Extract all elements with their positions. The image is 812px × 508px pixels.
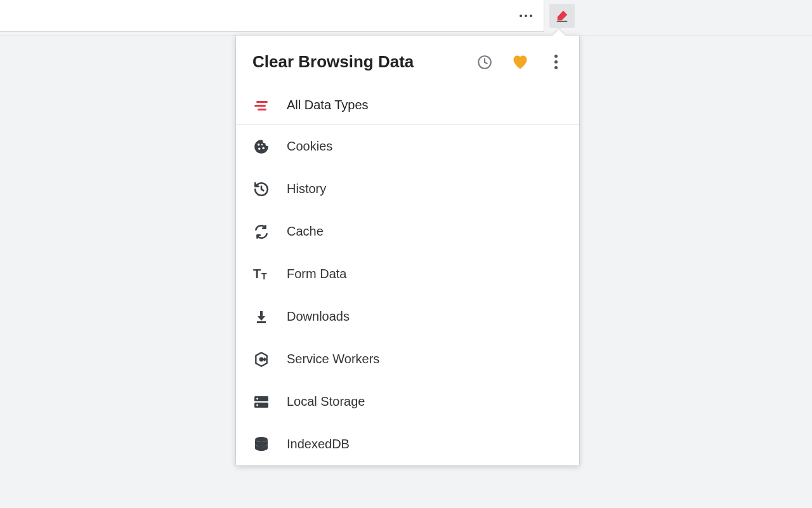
service-workers-icon [252, 351, 270, 368]
eraser-icon [555, 9, 569, 23]
item-local-storage[interactable]: Local Storage [236, 380, 579, 423]
item-downloads[interactable]: Downloads [236, 295, 579, 338]
svg-point-5 [258, 144, 259, 145]
svg-point-6 [258, 147, 260, 149]
item-label: Service Workers [287, 352, 379, 366]
menu-button[interactable] [546, 53, 565, 72]
address-bar[interactable] [0, 0, 544, 32]
svg-text:T: T [253, 267, 261, 281]
svg-point-17 [256, 404, 258, 406]
svg-point-18 [255, 437, 268, 442]
extension-button[interactable] [549, 4, 575, 28]
item-label: Downloads [287, 309, 350, 324]
item-label: IndexedDB [287, 437, 350, 451]
svg-point-7 [263, 147, 265, 149]
item-label: Local Storage [287, 394, 365, 409]
heart-icon [511, 53, 529, 71]
item-label: Cookies [287, 139, 332, 154]
history-icon [252, 181, 270, 197]
svg-rect-0 [557, 21, 568, 22]
item-label: Form Data [287, 267, 346, 281]
svg-point-16 [256, 398, 258, 399]
item-indexeddb[interactable]: IndexedDB [236, 423, 579, 465]
all-icon [252, 100, 270, 111]
item-label: All Data Types [287, 98, 369, 112]
popup-header: Clear Browsing Data [236, 36, 579, 86]
vertical-dots-icon [554, 55, 558, 69]
popup-arrow [553, 29, 565, 36]
item-cache[interactable]: Cache [236, 210, 579, 253]
svg-rect-12 [257, 321, 266, 323]
favorite-button[interactable] [511, 53, 530, 72]
item-service-workers[interactable]: Service Workers [236, 338, 579, 380]
clock-icon [476, 54, 493, 70]
svg-rect-3 [254, 105, 266, 107]
svg-rect-11 [260, 311, 263, 316]
form-data-icon: T T [252, 267, 270, 282]
item-label: History [287, 182, 326, 196]
more-actions-icon[interactable] [517, 7, 535, 25]
item-all-data-types[interactable]: All Data Types [236, 86, 579, 125]
item-form-data[interactable]: T T Form Data [236, 253, 579, 295]
local-storage-icon [252, 394, 270, 410]
indexeddb-icon [252, 436, 270, 453]
item-cookies[interactable]: Cookies [236, 125, 579, 168]
item-history[interactable]: History [236, 168, 579, 210]
popup-title: Clear Browsing Data [252, 52, 475, 72]
svg-text:T: T [261, 271, 267, 281]
svg-rect-4 [258, 109, 266, 110]
cookie-icon [252, 138, 270, 155]
cache-icon [252, 224, 270, 240]
recent-button[interactable] [475, 53, 494, 72]
item-label: Cache [287, 224, 324, 239]
svg-rect-2 [256, 101, 268, 103]
extension-popup: Clear Browsing Data [236, 36, 579, 465]
svg-point-8 [261, 144, 263, 145]
download-icon [252, 309, 270, 324]
